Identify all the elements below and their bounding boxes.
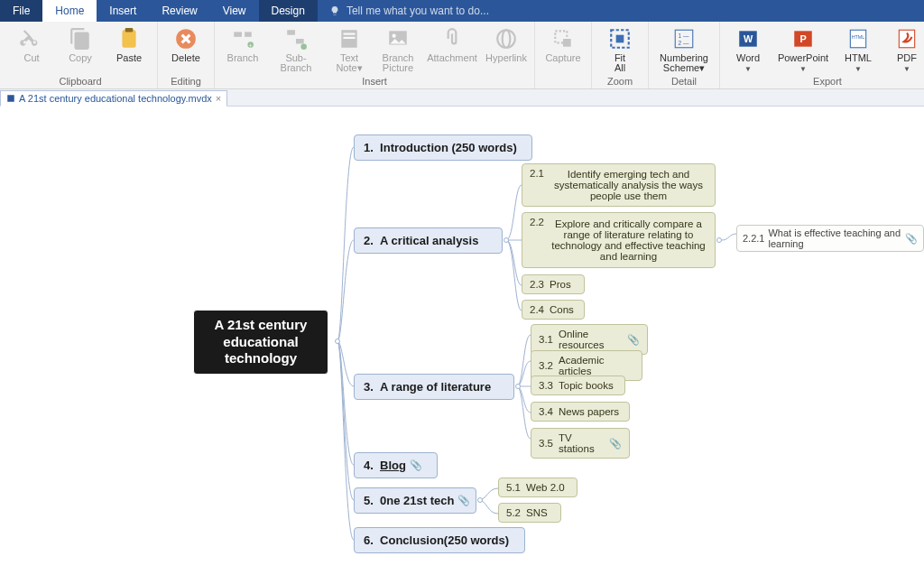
sub-3-1-text: Online resources — [559, 329, 624, 350]
copy-icon — [66, 25, 95, 52]
topic-6[interactable]: 6. Conclusion(250 words) — [354, 527, 525, 553]
topic-5[interactable]: 5. 0ne 21st tech 📎 — [354, 487, 476, 514]
tab-insert[interactable]: Insert — [97, 0, 149, 22]
export-pdf-label: PDF▼ — [897, 53, 917, 74]
delete-icon — [171, 25, 200, 52]
copy-button[interactable]: Copy — [56, 23, 105, 76]
picture-icon — [383, 25, 412, 52]
hyperlink-icon — [492, 25, 521, 52]
branch-picture-button[interactable]: Branch Picture — [374, 23, 422, 76]
group-export: W Word▼ P PowerPoint▼ HTML HTML▼ PDF▼ Ex… — [720, 22, 924, 88]
sub-3-3-text: Topic books — [559, 380, 614, 391]
sub-3-5[interactable]: 3.5TV stations 📎 — [531, 428, 630, 459]
ribbon-body: Cut Copy Paste Clipboard Delete — [0, 22, 924, 89]
close-icon[interactable]: × — [216, 93, 221, 104]
export-word-button[interactable]: W Word▼ — [724, 23, 772, 76]
sub-5-2[interactable]: 5.2SNS — [498, 503, 561, 523]
topic-4-text: Blog — [380, 459, 406, 472]
topic-3-text: A range of literature — [380, 380, 491, 394]
topic-1-num: 1. — [364, 141, 374, 154]
topic-2-text: A critical analysis — [380, 234, 478, 247]
sub-5-1[interactable]: 5.1Web 2.0 — [498, 478, 578, 497]
group-editing: Delete Editing — [158, 22, 215, 88]
svg-text:2 —: 2 — — [679, 40, 689, 46]
sub-2-3[interactable]: 2.3Pros — [522, 274, 585, 294]
group-clipboard-title: Clipboard — [59, 76, 101, 88]
attachment-button[interactable]: Attachment — [422, 23, 482, 76]
sub-branch-label: Sub-Branch — [273, 53, 319, 73]
sub-2-2[interactable]: 2.2 Explore and critically compare a ran… — [522, 212, 716, 268]
mindmap-root[interactable]: A 21st century educational technology — [193, 310, 328, 375]
svg-rect-11 — [344, 33, 356, 35]
paperclip-icon: 📎 — [905, 233, 918, 245]
sub-branch-button[interactable]: Sub-Branch — [267, 23, 325, 76]
tab-view[interactable]: View — [210, 0, 259, 22]
svg-rect-7 — [287, 30, 295, 34]
sub-2-4[interactable]: 2.4Cons — [522, 300, 585, 320]
topic-1[interactable]: 1. Introduction (250 words) — [354, 134, 532, 161]
svg-rect-18 — [563, 39, 571, 47]
topic-2[interactable]: 2. A critical analysis — [354, 227, 503, 254]
topic-5-num: 5. — [364, 494, 374, 507]
numbering-label: Numbering Scheme▾ — [660, 53, 708, 73]
topic-1-text: Introduction (250 words) — [380, 141, 517, 154]
document-tab-strip: A 21st century educational technology.mv… — [0, 89, 924, 107]
ribbon-search-placeholder: Tell me what you want to do... — [346, 5, 489, 17]
paperclip-icon: 📎 — [609, 438, 622, 450]
branch-button[interactable]: + Branch — [218, 23, 267, 76]
connector-dot — [477, 497, 483, 503]
sub-3-4[interactable]: 3.4News papers — [531, 402, 630, 422]
sub-3-2-text: Academic articles — [559, 355, 634, 376]
topic-6-text: Conclusion(250 words) — [380, 533, 509, 547]
tab-review[interactable]: Review — [149, 0, 209, 22]
topic-4-num: 4. — [364, 459, 374, 472]
capture-icon — [549, 25, 578, 52]
sub-2-1-num: 2.1 — [530, 168, 544, 179]
delete-button[interactable]: Delete — [162, 23, 210, 76]
topic-3-num: 3. — [364, 380, 374, 394]
numbering-scheme-button[interactable]: 1 —2 — Numbering Scheme▾ — [652, 23, 716, 76]
group-export-title: Export — [813, 76, 842, 88]
attachment-label: Attachment — [427, 53, 477, 63]
export-powerpoint-button[interactable]: P PowerPoint▼ — [772, 23, 834, 76]
delete-label: Delete — [171, 53, 200, 63]
fit-all-button[interactable]: Fit All — [596, 23, 644, 76]
leaf-2-2-1[interactable]: 2.2.1 What is effective teaching and lea… — [736, 225, 924, 252]
document-tab[interactable]: A 21st century educational technology.mv… — [0, 90, 227, 107]
sub-3-4-num: 3.4 — [539, 406, 553, 417]
doc-type-icon — [6, 94, 15, 103]
hyperlink-button[interactable]: Hyperlink — [482, 23, 531, 76]
group-zoom: Fit All Zoom — [592, 22, 649, 88]
sub-3-3[interactable]: 3.3Topic books — [531, 376, 625, 395]
sub-2-4-text: Cons — [550, 304, 574, 315]
export-html-button[interactable]: HTML HTML▼ — [834, 23, 882, 76]
sub-5-1-num: 5.1 — [506, 482, 521, 493]
branch-icon: + — [228, 25, 257, 52]
paste-label: Paste — [116, 53, 142, 63]
ribbon-search[interactable]: Tell me what you want to do... — [318, 0, 500, 22]
capture-button[interactable]: Capture — [539, 23, 587, 76]
sub-2-1[interactable]: 2.1 Identify emerging tech and systemati… — [522, 163, 716, 207]
svg-rect-3 — [234, 32, 242, 36]
text-note-button[interactable]: Text Note▾ — [325, 23, 374, 76]
paperclip-icon: 📎 — [627, 334, 640, 346]
cut-button[interactable]: Cut — [7, 23, 56, 76]
numbering-icon: 1 —2 — — [670, 25, 698, 52]
topic-4[interactable]: 4. Blog 📎 — [354, 452, 438, 478]
export-pdf-button[interactable]: PDF▼ — [882, 23, 924, 76]
paperclip-icon: 📎 — [410, 459, 422, 471]
leaf-2-2-1-text: What is effective teaching and learning — [768, 227, 901, 249]
fit-all-icon — [605, 25, 634, 52]
ribbon-tab-row: File Home Insert Review View Design Tell… — [0, 0, 924, 22]
sub-3-3-num: 3.3 — [539, 380, 553, 391]
topic-3[interactable]: 3. A range of literature — [354, 374, 514, 400]
capture-label: Capture — [545, 53, 580, 63]
lightbulb-icon — [328, 5, 341, 17]
tab-file[interactable]: File — [0, 0, 42, 22]
tab-design[interactable]: Design — [259, 0, 318, 22]
svg-rect-0 — [122, 30, 135, 48]
tab-home[interactable]: Home — [42, 0, 97, 22]
paste-button[interactable]: Paste — [105, 23, 153, 76]
powerpoint-icon: P — [789, 25, 818, 52]
mindmap-canvas[interactable]: A 21st century educational technology 1.… — [0, 107, 924, 575]
